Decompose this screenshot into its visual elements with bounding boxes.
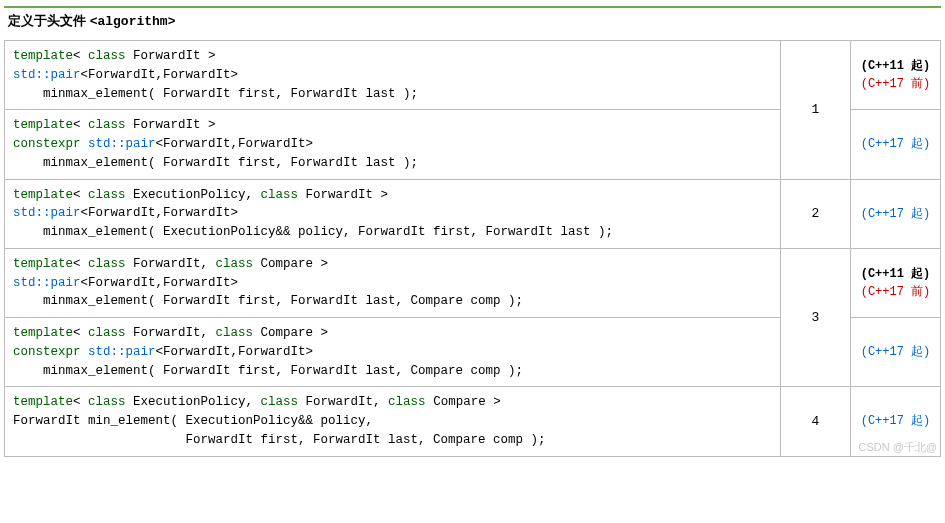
code-cell: template< class ExecutionPolicy, class F… — [5, 179, 781, 248]
code-cell: template< class ForwardIt > constexpr st… — [5, 110, 781, 179]
header-file: <algorithm> — [90, 14, 176, 29]
table-row: template< class ExecutionPolicy, class F… — [5, 179, 941, 248]
decl-table: template< class ForwardIt > std::pair<Fo… — [4, 40, 941, 457]
overload-number: 1 — [781, 41, 851, 180]
version-cell: (C++11 起)(C++17 前) — [851, 248, 941, 317]
version-cell: (C++17 起) — [851, 110, 941, 179]
overload-number: 4 — [781, 387, 851, 456]
header: 定义于头文件 <algorithm> — [4, 6, 941, 40]
code-cell: template< class ForwardIt, class Compare… — [5, 248, 781, 317]
code-cell: template< class ForwardIt > std::pair<Fo… — [5, 41, 781, 110]
table-row: template< class ForwardIt > std::pair<Fo… — [5, 41, 941, 110]
header-prefix: 定义于头文件 — [8, 13, 90, 28]
table-row: template< class ForwardIt, class Compare… — [5, 248, 941, 317]
version-cell: (C++17 起) — [851, 387, 941, 456]
version-cell: (C++17 起) — [851, 179, 941, 248]
overload-number: 2 — [781, 179, 851, 248]
table-row: template< class ExecutionPolicy, class F… — [5, 387, 941, 456]
version-cell: (C++17 起) — [851, 318, 941, 387]
code-cell: template< class ForwardIt, class Compare… — [5, 318, 781, 387]
version-cell: (C++11 起)(C++17 前) — [851, 41, 941, 110]
overload-number: 3 — [781, 248, 851, 387]
code-cell: template< class ExecutionPolicy, class F… — [5, 387, 781, 456]
